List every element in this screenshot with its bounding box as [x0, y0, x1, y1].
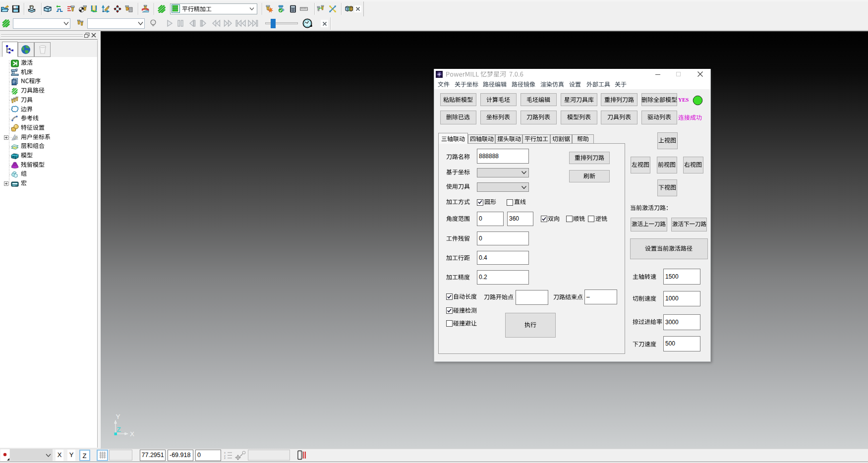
svg-text:Y: Y: [116, 413, 120, 420]
svg-text:Z: Z: [117, 426, 121, 433]
svg-text:X: X: [130, 430, 134, 438]
svg-text:z: z: [224, 457, 226, 459]
